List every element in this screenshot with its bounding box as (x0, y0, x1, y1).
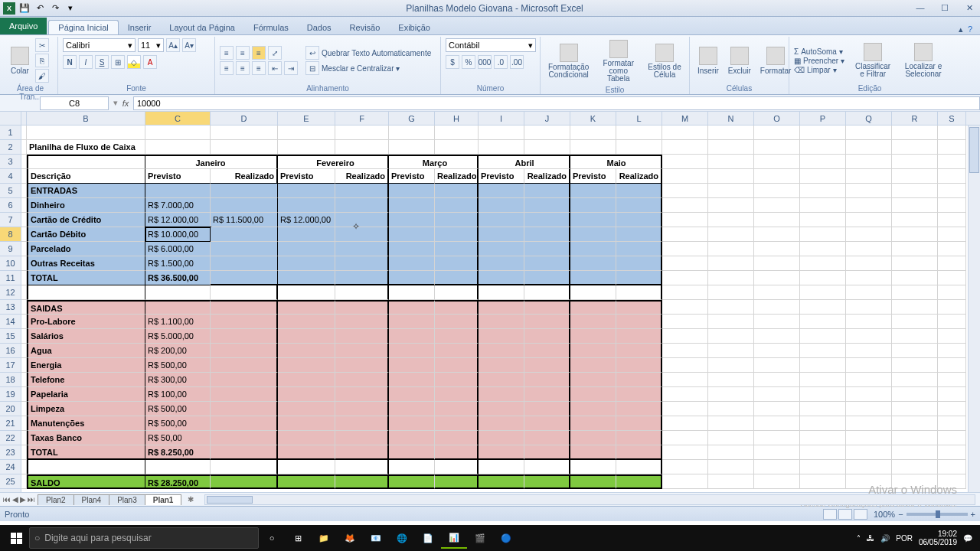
cell[interactable] (754, 445, 800, 460)
cell[interactable] (278, 315, 335, 329)
cell[interactable] (570, 373, 616, 387)
cell[interactable] (616, 285, 662, 300)
cell[interactable] (800, 387, 846, 402)
cell[interactable] (21, 300, 27, 315)
cell[interactable] (21, 169, 27, 184)
cell[interactable] (938, 315, 966, 329)
row-header[interactable]: 2 (0, 140, 21, 155)
cell[interactable] (662, 155, 708, 169)
cell[interactable]: Realizado (435, 169, 479, 184)
cell[interactable] (846, 460, 892, 474)
cell[interactable]: Cartão de Crédito (27, 213, 145, 227)
slider-knob[interactable] (936, 510, 940, 518)
cell[interactable] (479, 227, 524, 242)
cell[interactable] (278, 271, 335, 285)
col-header[interactable]: C (145, 112, 211, 125)
cell[interactable] (278, 373, 335, 387)
col-header[interactable]: R (892, 112, 938, 125)
cell[interactable] (892, 387, 938, 402)
cell[interactable] (708, 474, 754, 489)
cell[interactable] (389, 373, 435, 387)
cell[interactable]: Previsto (389, 169, 435, 184)
cell[interactable] (570, 285, 616, 300)
cell[interactable] (278, 227, 335, 242)
cell[interactable] (335, 256, 389, 271)
cell[interactable] (570, 445, 616, 460)
cell[interactable] (21, 460, 27, 474)
cell[interactable] (524, 358, 570, 373)
cell[interactable]: R$ 500,00 (145, 416, 211, 431)
cell[interactable] (616, 271, 662, 285)
cell[interactable] (662, 285, 708, 300)
cell[interactable]: Abril (479, 155, 524, 169)
cell[interactable] (211, 315, 278, 329)
cell[interactable] (335, 285, 389, 300)
cell[interactable] (892, 184, 938, 198)
col-header[interactable]: O (754, 112, 800, 125)
cell[interactable] (616, 402, 662, 416)
cell[interactable] (938, 431, 966, 445)
cell[interactable]: R$ 12.000,00 (145, 213, 211, 227)
cell[interactable] (846, 344, 892, 358)
cell[interactable] (662, 315, 708, 329)
cell[interactable] (616, 140, 662, 155)
cell[interactable]: R$ 10.000,00 (145, 227, 211, 242)
cell[interactable] (524, 256, 570, 271)
cell[interactable] (892, 126, 938, 140)
cell[interactable]: R$ 5.000,00 (145, 329, 211, 344)
increase-decimal-icon[interactable]: .0 (494, 55, 508, 69)
cell[interactable] (21, 198, 27, 213)
page-layout-view-icon[interactable] (838, 509, 852, 520)
cell[interactable] (892, 460, 938, 474)
cell[interactable]: TOTAL (27, 445, 145, 460)
cell[interactable] (570, 358, 616, 373)
language-indicator[interactable]: POR (896, 534, 913, 543)
cell[interactable] (479, 300, 524, 315)
cell[interactable]: R$ 36.500,00 (145, 271, 211, 285)
row-header[interactable]: 12 (0, 285, 21, 300)
cell[interactable] (662, 140, 708, 155)
align-bottom-icon[interactable]: ≡ (252, 46, 266, 60)
cell[interactable] (616, 358, 662, 373)
cell[interactable] (800, 242, 846, 256)
cell[interactable] (435, 285, 479, 300)
cell[interactable] (435, 431, 479, 445)
cell[interactable] (211, 198, 278, 213)
cell[interactable] (800, 344, 846, 358)
cell[interactable] (570, 460, 616, 474)
cell[interactable] (479, 140, 524, 155)
cell[interactable] (21, 315, 27, 329)
cell[interactable] (754, 213, 800, 227)
cell[interactable] (389, 198, 435, 213)
cell[interactable] (708, 387, 754, 402)
indent-increase-icon[interactable]: ⇥ (284, 61, 298, 75)
cell[interactable] (21, 227, 27, 242)
cell[interactable] (278, 358, 335, 373)
cell[interactable] (479, 198, 524, 213)
cell[interactable] (211, 140, 278, 155)
sort-filter-button[interactable]: Classificar e Filtrar (851, 41, 895, 80)
cell[interactable] (938, 373, 966, 387)
app-icon[interactable]: 📊 (441, 527, 467, 549)
cell[interactable] (754, 256, 800, 271)
cell[interactable] (938, 140, 966, 155)
cell[interactable] (479, 373, 524, 387)
cell[interactable] (335, 300, 389, 315)
cell[interactable] (616, 256, 662, 271)
network-icon[interactable]: 🖧 (867, 534, 874, 543)
cell[interactable]: Fevereiro (278, 155, 335, 169)
cell[interactable] (708, 169, 754, 184)
cell[interactable] (335, 460, 389, 474)
tab-data[interactable]: Dados (298, 21, 341, 34)
grow-font-icon[interactable]: A▴ (166, 38, 180, 52)
align-top-icon[interactable]: ≡ (220, 46, 234, 60)
font-size-combo[interactable]: 11▾ (138, 38, 164, 52)
cell[interactable] (938, 460, 966, 474)
cell[interactable] (389, 315, 435, 329)
row-header[interactable]: 6 (0, 198, 21, 213)
minimize-ribbon-icon[interactable]: ▴ (959, 24, 963, 34)
cell[interactable] (435, 329, 479, 344)
cell[interactable] (524, 445, 570, 460)
cell[interactable] (211, 431, 278, 445)
cell[interactable] (389, 271, 435, 285)
